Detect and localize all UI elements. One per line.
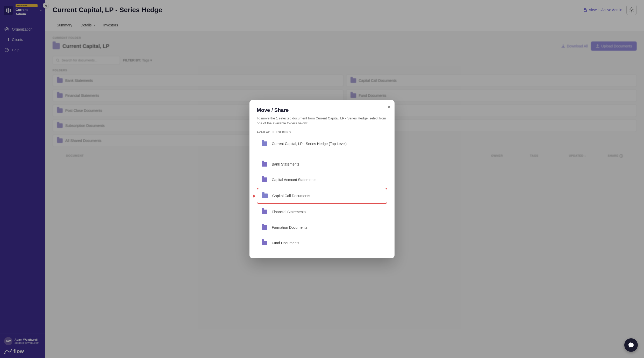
chat-button[interactable] (624, 338, 638, 352)
selection-arrow (249, 196, 255, 196)
modal-folder-top-level[interactable]: Current Capital, LP - Series Hedge (Top … (257, 136, 387, 151)
folder-option-name: Financial Statements (272, 210, 306, 214)
modal-folder-formation-documents[interactable]: Formation Documents (257, 220, 387, 235)
available-folders-label: AVAILABLE FOLDERS (257, 131, 387, 134)
folder-option-name: Capital Call Documents (272, 194, 310, 198)
chat-icon (628, 342, 634, 348)
modal-folder-capital-call-documents[interactable]: Capital Call Documents (257, 188, 387, 204)
folder-option-icon (260, 176, 269, 184)
folder-option-name: Fund Documents (272, 241, 299, 245)
folder-option-name: Capital Account Statements (272, 178, 316, 182)
modal-folder-capital-account-statements[interactable]: Capital Account Statements (257, 172, 387, 187)
folder-option-icon (261, 192, 269, 200)
move-share-modal: × Move / Share To move the 1 selected do… (249, 100, 395, 258)
modal-subtitle: To move the 1 selected document from Cur… (257, 116, 387, 126)
modal-overlay[interactable]: × Move / Share To move the 1 selected do… (45, 0, 644, 358)
modal-folder-bank-statements[interactable]: Bank Statements (257, 157, 387, 172)
main-content: Current Capital, LP - Series Hedge View … (45, 0, 644, 358)
folder-option-icon (260, 239, 269, 247)
modal-folder-financial-statements[interactable]: Financial Statements (257, 204, 387, 219)
folder-option-icon (260, 160, 269, 168)
folder-option-name: Bank Statements (272, 162, 299, 166)
folder-option-icon (260, 223, 269, 232)
modal-folder-fund-documents[interactable]: Fund Documents (257, 235, 387, 250)
modal-close-button[interactable]: × (387, 104, 390, 110)
folder-option-name: Formation Documents (272, 225, 307, 230)
folder-option-name: Current Capital, LP - Series Hedge (Top … (272, 142, 347, 146)
modal-divider (257, 154, 387, 154)
folder-option-icon (260, 140, 269, 148)
modal-title: Move / Share (257, 107, 387, 113)
modal-folder-capital-call-wrapper: Capital Call Documents (257, 188, 387, 204)
folder-option-icon (260, 208, 269, 216)
